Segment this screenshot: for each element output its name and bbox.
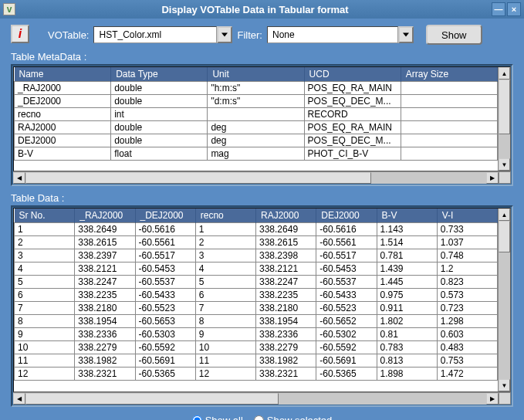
- cell[interactable]: -60.5433: [135, 289, 195, 302]
- filter-dropdown-button[interactable]: [398, 26, 414, 43]
- close-window-button[interactable]: ×: [507, 2, 521, 16]
- cell[interactable]: 7: [195, 302, 255, 315]
- cell[interactable]: 11: [195, 354, 255, 368]
- cell[interactable]: 0.781: [377, 249, 437, 262]
- table-row[interactable]: 2338.2615-60.55612338.2615-60.55611.5141…: [15, 236, 498, 249]
- cell[interactable]: [401, 95, 497, 108]
- cell[interactable]: 338.2121: [75, 262, 135, 276]
- cell[interactable]: 0.783: [377, 341, 437, 354]
- cell[interactable]: 1.802: [377, 315, 437, 328]
- data-col-header[interactable]: DEJ2000: [316, 208, 377, 223]
- cell[interactable]: 338.2321: [75, 368, 135, 381]
- table-row[interactable]: _DEJ2000double"d:m:s"POS_EQ_DEC_M...: [15, 95, 498, 108]
- cell[interactable]: -60.5537: [135, 276, 195, 289]
- cell[interactable]: 0.975: [377, 289, 437, 302]
- data-col-header[interactable]: V-I: [437, 208, 497, 223]
- cell[interactable]: "d:m:s": [208, 95, 304, 108]
- scroll-right-button[interactable]: ▶: [486, 393, 499, 405]
- cell[interactable]: -60.5652: [316, 315, 377, 328]
- data-col-header[interactable]: _RAJ2000: [75, 208, 135, 223]
- cell[interactable]: 338.2235: [75, 289, 135, 302]
- cell[interactable]: 338.2649: [256, 223, 316, 236]
- votable-dropdown-button[interactable]: [217, 26, 232, 43]
- cell[interactable]: double: [111, 95, 208, 108]
- data-col-header[interactable]: recno: [195, 208, 255, 223]
- cell[interactable]: -60.5561: [316, 236, 377, 249]
- cell[interactable]: B-V: [15, 147, 111, 161]
- show-selected-radio[interactable]: Show selected: [254, 415, 333, 420]
- cell[interactable]: 12: [15, 368, 75, 381]
- cell[interactable]: 338.2247: [75, 276, 135, 289]
- votable-dropdown[interactable]: HST_Color.xml: [93, 26, 232, 43]
- data-col-header[interactable]: Sr No.: [15, 208, 75, 223]
- cell[interactable]: 338.2615: [75, 236, 135, 249]
- cell[interactable]: 0.573: [437, 289, 497, 302]
- scroll-thumb[interactable]: [499, 80, 510, 134]
- cell[interactable]: -60.5691: [135, 354, 195, 368]
- cell[interactable]: RAJ2000: [15, 121, 111, 134]
- cell[interactable]: 338.2279: [256, 341, 316, 354]
- cell[interactable]: double: [111, 121, 208, 134]
- cell[interactable]: [401, 134, 497, 147]
- cell[interactable]: 0.823: [437, 276, 497, 289]
- metadata-table[interactable]: NameData TypeUnitUCDArray Size _RAJ2000d…: [14, 67, 498, 161]
- cell[interactable]: 9: [195, 328, 255, 341]
- cell[interactable]: 338.2235: [256, 289, 316, 302]
- cell[interactable]: 8: [195, 315, 255, 328]
- data-col-header[interactable]: RAJ2000: [256, 208, 316, 223]
- scroll-thumb[interactable]: [499, 221, 510, 252]
- scroll-up-button[interactable]: ▲: [499, 67, 510, 80]
- cell[interactable]: RECORD: [304, 108, 401, 121]
- cell[interactable]: -60.5517: [316, 249, 377, 262]
- table-row[interactable]: 11338.1982-60.569111338.1982-60.56910.81…: [15, 354, 498, 368]
- cell[interactable]: [401, 82, 497, 95]
- cell[interactable]: -60.5592: [316, 341, 377, 354]
- cell[interactable]: -60.5691: [316, 354, 377, 368]
- cell[interactable]: 338.2247: [256, 276, 316, 289]
- cell[interactable]: 8: [15, 315, 75, 328]
- cell[interactable]: int: [111, 108, 208, 121]
- cell[interactable]: 0.753: [437, 354, 497, 368]
- scroll-thumb[interactable]: [25, 172, 371, 184]
- cell[interactable]: -60.5365: [135, 368, 195, 381]
- data-col-header[interactable]: _DEJ2000: [135, 208, 195, 223]
- cell[interactable]: float: [111, 147, 208, 161]
- cell[interactable]: double: [111, 134, 208, 147]
- cell[interactable]: POS_EQ_RA_MAIN: [304, 121, 401, 134]
- meta-col-header[interactable]: Name: [15, 67, 111, 82]
- cell[interactable]: -60.5523: [135, 302, 195, 315]
- cell[interactable]: 338.1982: [256, 354, 316, 368]
- cell[interactable]: 3: [15, 249, 75, 262]
- cell[interactable]: 338.2121: [256, 262, 316, 276]
- cell[interactable]: 338.2649: [75, 223, 135, 236]
- show-all-radio[interactable]: Show all: [192, 415, 243, 420]
- table-row[interactable]: 10338.2279-60.559210338.2279-60.55920.78…: [15, 341, 498, 354]
- cell[interactable]: -60.5303: [135, 328, 195, 341]
- data-table[interactable]: Sr No._RAJ2000_DEJ2000recnoRAJ2000DEJ200…: [14, 208, 498, 381]
- cell[interactable]: 2: [15, 236, 75, 249]
- cell[interactable]: 11: [15, 354, 75, 368]
- cell[interactable]: _RAJ2000: [15, 82, 111, 95]
- scroll-down-button[interactable]: ▼: [499, 158, 510, 171]
- meta-col-header[interactable]: Data Type: [111, 67, 208, 82]
- table-row[interactable]: 1338.2649-60.56161338.2649-60.56161.1430…: [15, 223, 498, 236]
- cell[interactable]: 338.2336: [75, 328, 135, 341]
- cell[interactable]: POS_EQ_RA_MAIN: [304, 82, 401, 95]
- cell[interactable]: 2: [195, 236, 255, 249]
- table-row[interactable]: 5338.2247-60.55375338.2247-60.55371.4450…: [15, 276, 498, 289]
- table-row[interactable]: 9338.2336-60.53039338.2336-60.53020.810.…: [15, 328, 498, 341]
- cell[interactable]: 1.143: [377, 223, 437, 236]
- cell[interactable]: -60.5453: [316, 262, 377, 276]
- cell[interactable]: 5: [15, 276, 75, 289]
- table-row[interactable]: 4338.2121-60.54534338.2121-60.54531.4391…: [15, 262, 498, 276]
- table-row[interactable]: 8338.1954-60.56538338.1954-60.56521.8021…: [15, 315, 498, 328]
- data-vscroll[interactable]: ▲ ▼: [498, 208, 510, 391]
- cell[interactable]: 0.733: [437, 223, 497, 236]
- cell[interactable]: double: [111, 82, 208, 95]
- cell[interactable]: 338.2397: [75, 249, 135, 262]
- cell[interactable]: [208, 108, 304, 121]
- cell[interactable]: 1: [195, 223, 255, 236]
- cell[interactable]: 3: [195, 249, 255, 262]
- cell[interactable]: 5: [195, 276, 255, 289]
- cell[interactable]: -60.5616: [135, 223, 195, 236]
